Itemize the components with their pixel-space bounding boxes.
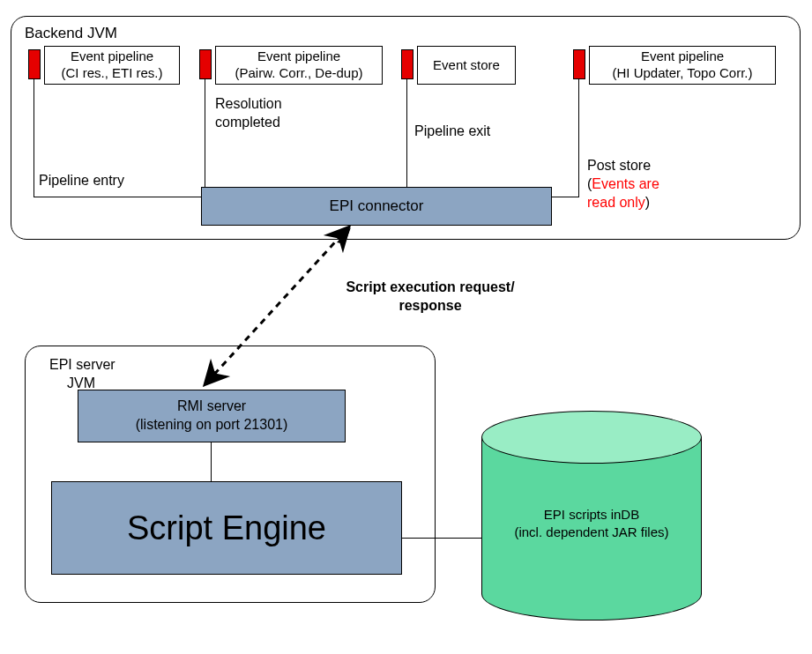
script-exec-label: Script execution request/ response: [324, 279, 536, 316]
pipeline-box-2: Event pipeline (Pairw. Corr., De-dup): [215, 46, 383, 85]
conn-line: [402, 538, 481, 539]
pipeline-box-1: Event pipeline (CI res., ETI res.): [44, 46, 180, 85]
pipeline1-line1: Event pipeline: [71, 48, 153, 65]
rmi-server-box: RMI server (listening on port 21301): [78, 390, 346, 442]
db-label: EPI scripts inDB (incl. dependent JAR fi…: [481, 506, 702, 540]
epi-connector-label: EPI connector: [330, 197, 424, 215]
epi-server-title: EPI server JVM: [49, 356, 115, 393]
conn-line: [551, 197, 579, 197]
pipeline2-line1: Event pipeline: [257, 48, 340, 65]
pipeline3-line2: (HI Updater, Topo Corr.): [613, 65, 753, 82]
epi-connector-box: EPI connector: [201, 187, 552, 226]
conn-line: [578, 79, 579, 197]
tap-pipeline-exit: [401, 49, 413, 79]
event-store-label: Event store: [433, 57, 500, 74]
conn-line: [205, 79, 205, 187]
conn-line: [211, 442, 212, 481]
script-engine-label: Script Engine: [127, 509, 326, 547]
script-engine-box: Script Engine: [51, 481, 402, 575]
tap-resolution-completed: [199, 49, 212, 79]
conn-line: [34, 79, 34, 197]
pipeline-entry-label: Pipeline entry: [39, 173, 124, 189]
pipeline1-line2: (CI res., ETI res.): [61, 65, 162, 82]
pipeline2-line2: (Pairw. Corr., De-dup): [235, 65, 362, 82]
backend-jvm-title: Backend JVM: [25, 25, 117, 42]
event-store-box: Event store: [417, 46, 516, 85]
conn-line: [34, 197, 201, 197]
rmi-line1: RMI server: [177, 398, 246, 416]
tap-post-store: [573, 49, 585, 79]
conn-line: [406, 79, 407, 187]
pipeline-exit-label: Pipeline exit: [414, 123, 490, 139]
post-store-label: Post store (Events are read only): [587, 157, 659, 212]
pipeline-box-3: Event pipeline (HI Updater, Topo Corr.): [589, 46, 776, 85]
db-cylinder: EPI scripts inDB (incl. dependent JAR fi…: [481, 411, 702, 621]
tap-pipeline-entry: [28, 49, 41, 79]
cylinder-top: [481, 411, 702, 464]
rmi-line2: (listening on port 21301): [136, 416, 288, 435]
arrowhead-top-icon: [333, 225, 354, 246]
pipeline3-line1: Event pipeline: [641, 48, 724, 65]
resolution-completed-label: Resolution completed: [215, 95, 282, 132]
